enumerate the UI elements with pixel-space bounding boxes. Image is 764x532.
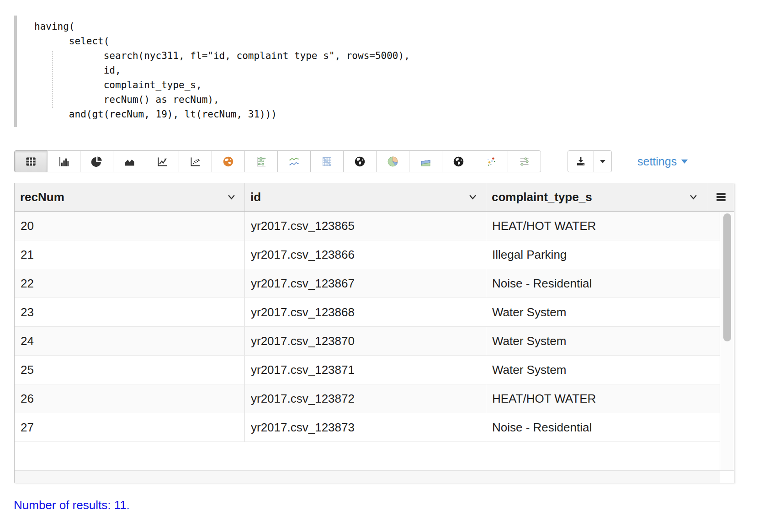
table-row[interactable]: 23 yr2017.csv_123868 Water System — [15, 298, 734, 327]
column-label: id — [250, 190, 261, 204]
scatter-colored-button[interactable] — [475, 150, 508, 172]
scatter-plot-icon — [189, 155, 202, 168]
cell-complaint-type: HEAT/HOT WATER — [486, 384, 720, 413]
area-chart-icon — [123, 155, 136, 168]
multi-series-line-icon — [288, 155, 300, 168]
table-row[interactable]: 24 yr2017.csv_123870 Water System — [15, 327, 734, 356]
cell-complaint-type: Water System — [486, 298, 720, 326]
chevron-down-icon[interactable] — [228, 194, 235, 200]
scrollbar-corner — [720, 471, 734, 483]
cell-complaint-type: Water System — [486, 356, 720, 384]
scatter-plot-button[interactable] — [179, 150, 212, 172]
column-label: recNum — [20, 190, 64, 204]
table-body: 20 yr2017.csv_123865 HEAT/HOT WATER 21 y… — [15, 212, 734, 470]
chart-type-button-group — [14, 150, 541, 172]
table-view-button[interactable] — [14, 150, 48, 172]
cell-recnum: 23 — [15, 298, 245, 326]
cell-id: yr2017.csv_123867 — [245, 269, 486, 298]
bubble-matrix-icon — [255, 155, 267, 168]
cell-id: yr2017.csv_123870 — [245, 327, 486, 355]
table-row[interactable]: 26 yr2017.csv_123872 HEAT/HOT WATER — [15, 384, 734, 413]
pie-chart-colored-button[interactable] — [376, 150, 409, 172]
table-row[interactable]: 25 yr2017.csv_123871 Water System — [15, 356, 734, 384]
parallel-coordinates-icon — [518, 155, 531, 168]
download-button[interactable] — [568, 150, 594, 172]
table-scrollbar-track[interactable] — [720, 212, 734, 470]
cell-complaint-type: Noise - Residential — [486, 269, 720, 298]
bubble-chart-button[interactable] — [244, 150, 278, 172]
cell-complaint-type: Water System — [486, 327, 720, 355]
cell-id: yr2017.csv_123873 — [245, 413, 486, 442]
query-code-text: having( select( search(nyc311, fl="id, c… — [34, 19, 410, 122]
pie-chart-colored-icon — [387, 155, 399, 168]
cell-recnum: 27 — [15, 413, 245, 442]
caret-down-icon — [681, 159, 688, 164]
scatter-colored-icon — [485, 155, 498, 168]
globe-map-button[interactable] — [343, 150, 377, 172]
chevron-down-icon[interactable] — [469, 194, 477, 200]
table-footer-strip — [15, 470, 734, 483]
globe-dark-icon — [354, 155, 366, 168]
page: having( select( search(nyc311, fl="id, c… — [0, 0, 764, 532]
results-count-text: Number of results: 11. — [14, 498, 130, 512]
cell-id: yr2017.csv_123872 — [245, 384, 486, 413]
table-header-row: recNum id complaint_type_s — [15, 183, 734, 212]
area-chart-button[interactable] — [113, 150, 146, 172]
world-map-orange-icon — [222, 155, 234, 168]
pie-chart-icon — [90, 155, 103, 168]
heatmap-grid-icon — [321, 155, 333, 168]
table-row[interactable]: 20 yr2017.csv_123865 HEAT/HOT WATER — [15, 212, 734, 240]
caret-down-icon — [600, 160, 606, 164]
hamburger-menu-icon — [715, 192, 727, 202]
cell-id: yr2017.csv_123871 — [245, 356, 486, 384]
query-code-block[interactable]: having( select( search(nyc311, fl="id, c… — [14, 16, 410, 127]
cell-recnum: 22 — [15, 269, 245, 298]
parallel-coordinates-button[interactable] — [508, 150, 541, 172]
cell-complaint-type: Illegal Parking — [486, 240, 720, 269]
download-icon — [575, 155, 587, 167]
line-chart-button[interactable] — [146, 150, 179, 172]
download-button-group — [568, 150, 612, 172]
multi-line-chart-button[interactable] — [277, 150, 311, 172]
download-options-button[interactable] — [594, 150, 612, 172]
cell-id: yr2017.csv_123868 — [245, 298, 486, 326]
cell-complaint-type: Noise - Residential — [486, 413, 720, 442]
heatmap-button[interactable] — [310, 150, 344, 172]
cell-recnum: 25 — [15, 356, 245, 384]
column-header-complaint-type[interactable]: complaint_type_s — [486, 183, 706, 211]
area-chart-colored-button[interactable] — [409, 150, 442, 172]
table-row[interactable]: 22 yr2017.csv_123867 Noise - Residential — [15, 269, 734, 298]
cell-recnum: 24 — [15, 327, 245, 355]
column-header-id[interactable]: id — [245, 183, 486, 211]
cell-recnum: 20 — [15, 212, 245, 240]
table-scrollbar-thumb[interactable] — [723, 213, 731, 341]
settings-label: settings — [637, 155, 677, 168]
column-header-recnum[interactable]: recNum — [15, 183, 245, 211]
bar-chart-icon — [58, 155, 70, 168]
table-icon — [25, 155, 37, 168]
results-table: recNum id complaint_type_s — [14, 183, 734, 483]
chevron-down-icon[interactable] — [690, 194, 697, 200]
cell-recnum: 21 — [15, 240, 245, 269]
cell-id: yr2017.csv_123866 — [245, 240, 486, 269]
settings-dropdown[interactable]: settings — [637, 150, 688, 172]
cell-id: yr2017.csv_123865 — [245, 212, 486, 240]
globe-map-2-button[interactable] — [442, 150, 475, 172]
indent-guide — [52, 51, 53, 108]
bar-chart-button[interactable] — [47, 150, 80, 172]
pie-chart-button[interactable] — [80, 150, 113, 172]
cell-complaint-type: HEAT/HOT WATER — [486, 212, 720, 240]
table-row[interactable]: 21 yr2017.csv_123866 Illegal Parking — [15, 240, 734, 269]
world-map-button[interactable] — [212, 150, 245, 172]
cell-recnum: 26 — [15, 384, 245, 413]
globe-dark-2-icon — [452, 155, 465, 168]
area-chart-colored-icon — [419, 155, 432, 168]
table-row[interactable]: 27 yr2017.csv_123873 Noise - Residential — [15, 413, 734, 442]
column-label: complaint_type_s — [492, 190, 592, 204]
table-menu-button[interactable] — [708, 183, 733, 211]
line-chart-icon — [156, 155, 169, 168]
